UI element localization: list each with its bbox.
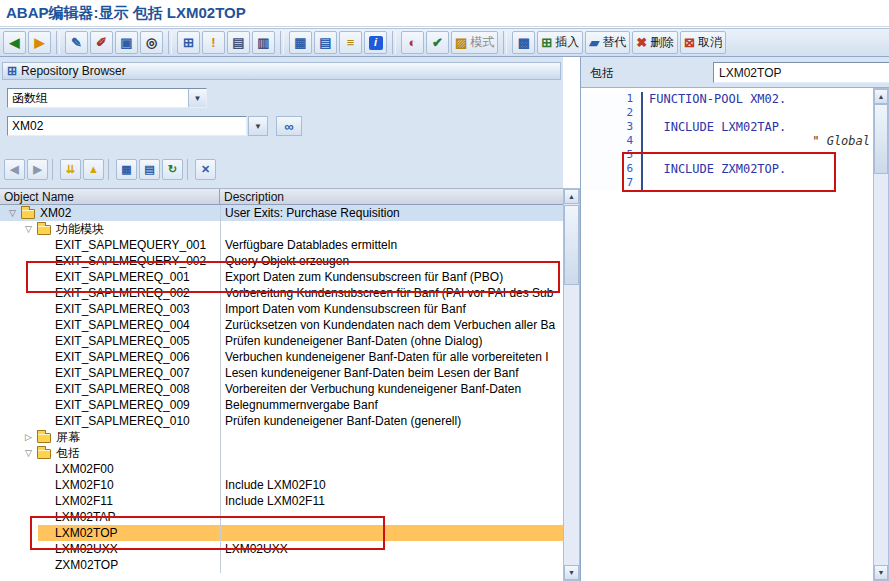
tree-row-LXM02TAP[interactable]: LXM02TAP [0,509,563,525]
back-button[interactable]: ◀ [3,31,26,54]
tree-row-description: Include LXM02F10 [220,477,563,493]
tree-row-label: EXIT_SAPLMEREQ_010 [55,414,190,428]
code-line-1[interactable]: 1FUNCTION-POOL XM02. [581,92,873,106]
object-name-input[interactable] [7,116,247,136]
code-editor[interactable]: 1FUNCTION-POOL XM02.23 INCLUDE LXM02TAP.… [581,88,873,581]
tree-row-ZXM02TOP[interactable]: ZXM02TOP [0,557,563,573]
display-list-button[interactable]: ▤ [314,31,337,54]
tree-row-name-cell: ▷屏幕 [0,429,220,445]
tree-row-EXIT_SAPLMEREQ_010[interactable]: EXIT_SAPLMEREQ_010Prüfen kundeneigener B… [0,413,563,429]
chevron-down-icon[interactable]: ▼ [188,89,206,107]
refresh-button[interactable]: ↻ [162,159,183,180]
code-text: INCLUDE ZXM02TOP. [643,162,786,176]
replace-button[interactable]: ▰替代 [585,31,630,54]
tree-row-EXIT_SAPLMEREQ_001[interactable]: EXIT_SAPLMEREQ_001Export Daten zum Kunde… [0,269,563,285]
tree-row-LXM02F11[interactable]: LXM02F11Include LXM02F11 [0,493,563,509]
object-type-value: 函数组 [8,90,188,107]
next-object-button[interactable]: ▶ [27,159,48,180]
close-browser-button[interactable]: ✕ [195,159,216,180]
include-name-field[interactable]: LXM02TOP [713,62,889,83]
collapse-icon[interactable]: ▽ [22,448,35,458]
code-line-2[interactable]: 2 [581,106,873,120]
tree-scrollbar[interactable]: ▲ ▼ [563,188,580,581]
collapse-icon[interactable]: ▽ [22,224,35,234]
tree-row-EXIT_SAPLMEQUERY_001[interactable]: EXIT_SAPLMEQUERY_001Verfügbare Datablade… [0,237,563,253]
forward-button[interactable]: ▶ [28,31,51,54]
code-line-7[interactable]: 7 [581,176,873,190]
tree-row-LXM02TOP[interactable]: LXM02TOP [0,525,563,541]
scroll-up-icon[interactable]: ▲ [874,89,888,104]
previous-object-button[interactable]: ◀ [4,159,25,180]
tree-row-LXM02F00[interactable]: LXM02F00 [0,461,563,477]
tree-row-description: Prüfen kundeneigener Banf-Daten (ohne Di… [220,333,563,349]
tree-row-EXIT_SAPLMEQUERY_002[interactable]: EXIT_SAPLMEQUERY_002Query Objekt erzeuge… [0,253,563,269]
tree-row-EXIT_SAPLMEREQ_005[interactable]: EXIT_SAPLMEREQ_005Prüfen kundeneigener B… [0,333,563,349]
tree-row-EXIT_SAPLMEREQ_008[interactable]: EXIT_SAPLMEREQ_008Vorbereiten der Verbuc… [0,381,563,397]
delete-icon: ✖ [636,36,647,49]
activate-button[interactable]: ✔ [426,31,449,54]
tree-row-XM02[interactable]: ▽XM02User Exits: Purchase Requisition [0,205,563,221]
tree-row-EXIT_SAPLMEREQ_002[interactable]: EXIT_SAPLMEREQ_002Vorbereitung Kundensub… [0,285,563,301]
code-line-5[interactable]: 5 [581,148,873,162]
tree-row-LXM02F10[interactable]: LXM02F10Include LXM02F10 [0,477,563,493]
info-button[interactable]: i [364,31,387,54]
tree-row-EXIT_SAPLMEREQ_006[interactable]: EXIT_SAPLMEREQ_006Verbuchen kundeneigene… [0,349,563,365]
where-used-button[interactable]: ◎ [140,31,163,54]
code-line-4[interactable]: 4" Global [581,134,873,148]
tree-row-label: EXIT_SAPLMEREQ_008 [55,382,190,396]
tree-row-EXIT_SAPLMEREQ_009[interactable]: EXIT_SAPLMEREQ_009Belegnummernvergabe Ba… [0,397,563,413]
tree-row-label: EXIT_SAPLMEREQ_009 [55,398,190,412]
expand-icon[interactable]: ▷ [22,432,35,442]
tree-row-功能模块[interactable]: ▽功能模块 [0,221,563,237]
code-scrollbar-thumb[interactable] [874,104,888,174]
tree-row-EXIT_SAPLMEREQ_007[interactable]: EXIT_SAPLMEREQ_007Lesen kundeneigener Ba… [0,365,563,381]
line-number: 1 [581,92,643,106]
scroll-up-icon[interactable]: ▲ [564,189,579,204]
code-line-6[interactable]: 6 INCLUDE ZXM02TOP. [581,162,873,176]
tree-scrollbar-thumb[interactable] [564,205,579,285]
tree-row-name-cell: LXM02F11 [0,493,220,509]
display-object-button[interactable]: ∞ [276,116,302,136]
other-object-button[interactable]: ⊞ [177,31,200,54]
tree-row-EXIT_SAPLMEREQ_004[interactable]: EXIT_SAPLMEREQ_004Zurücksetzen von Kunde… [0,317,563,333]
object-name-row: ▼ ∞ [7,116,302,136]
scroll-down-icon[interactable]: ▼ [874,565,888,580]
navigation-button[interactable]: ▥ [252,31,275,54]
print-button[interactable]: ▤ [227,31,250,54]
object-history-dropdown[interactable]: ▼ [248,116,268,136]
display-change-button[interactable]: ✎ [65,31,88,54]
cancel-button[interactable]: ⊠取消 [680,31,726,54]
object-tree-button[interactable]: ▦ [116,159,137,180]
collapse-icon[interactable]: ▽ [6,208,19,218]
check-button[interactable]: ! [202,31,225,54]
insert-button[interactable]: ⊞插入 [537,31,583,54]
scroll-down-icon[interactable]: ▼ [564,565,579,580]
sort-button[interactable]: ≡ [339,31,362,54]
mode-button[interactable]: ▨模式 [451,31,498,54]
tree-row-description: Vorbereiten der Verbuchung kundeneigener… [220,381,563,397]
tree-row-EXIT_SAPLMEREQ_003[interactable]: EXIT_SAPLMEREQ_003Import Daten vom Kunde… [0,301,563,317]
breakpoint-button[interactable]: ◐ [401,31,424,54]
repository-browser-panel: ⊞ Repository Browser 函数组 ▼ ▼ ∞ ◀▶⇊▲▦▤↻✕ … [0,57,563,581]
insert-button-label: 插入 [555,34,579,51]
tree-row-description [220,429,563,445]
object-list-button[interactable]: ▦ [289,31,312,54]
sort-ascending-button[interactable]: ▲ [83,159,104,180]
tree-row-包括[interactable]: ▽包括 [0,445,563,461]
tree-row-label: EXIT_SAPLMEREQ_006 [55,350,190,364]
object-type-select[interactable]: 函数组 ▼ [7,88,207,108]
enhancement-button[interactable]: ▣ [115,31,138,54]
tree-row-LXM02UXX[interactable]: LXM02UXXLXM02UXX [0,541,563,557]
code-scrollbar[interactable]: ▲ ▼ [873,88,889,581]
code-line-3[interactable]: 3 INCLUDE LXM02TAP. [581,120,873,134]
layout-button[interactable]: ▤ [139,159,160,180]
pretty-printer-button[interactable]: ✐ [90,31,113,54]
folder-icon [21,209,35,219]
tree-row-屏幕[interactable]: ▷屏幕 [0,429,563,445]
next-object-icon: ▶ [33,163,41,176]
subscreen-button[interactable]: ▩ [512,31,535,54]
tree-row-label: EXIT_SAPLMEQUERY_001 [55,238,206,252]
filter-button[interactable]: ⇊ [60,159,81,180]
delete-button[interactable]: ✖删除 [632,31,678,54]
repository-browser-title: Repository Browser [21,64,126,78]
